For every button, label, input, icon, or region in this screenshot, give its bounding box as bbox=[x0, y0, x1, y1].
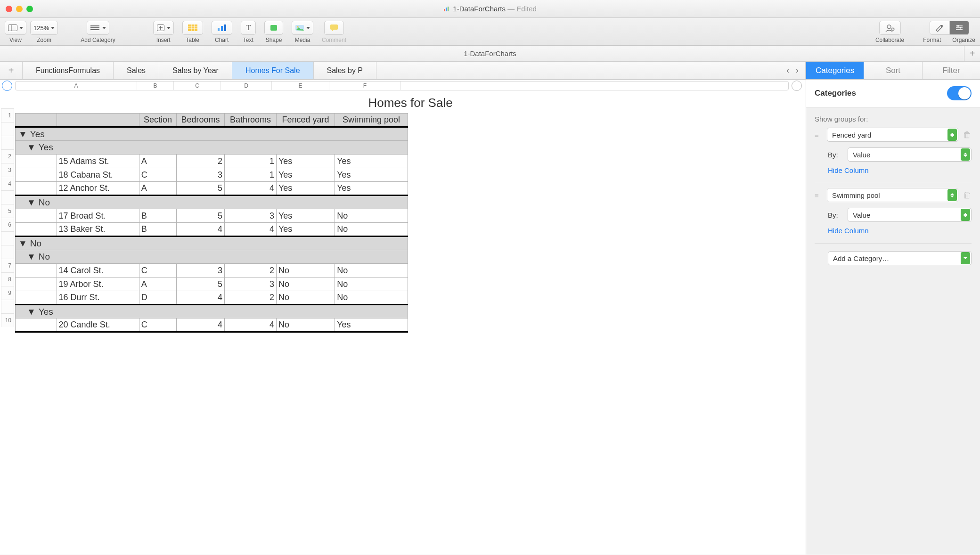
cell[interactable]: No bbox=[276, 278, 335, 291]
row-number[interactable] bbox=[1, 95, 14, 108]
cell[interactable]: 12 Anchor St. bbox=[57, 182, 139, 196]
cell[interactable]: 5 bbox=[177, 182, 225, 196]
cell[interactable]: No bbox=[335, 291, 408, 305]
category-column-select[interactable]: Swimming pool bbox=[827, 188, 958, 202]
group-row[interactable]: ▼Yes bbox=[16, 305, 408, 318]
drag-handle-icon[interactable]: ≡ bbox=[815, 191, 822, 199]
row-selector-handle[interactable] bbox=[2, 81, 12, 91]
cell[interactable]: 20 Candle St. bbox=[57, 318, 139, 332]
cell[interactable]: 1 bbox=[224, 155, 276, 168]
cell[interactable]: Yes bbox=[335, 155, 408, 168]
sheet-tab[interactable]: Sales bbox=[114, 62, 159, 79]
tab-next-button[interactable]: › bbox=[796, 65, 799, 75]
row-number[interactable] bbox=[1, 190, 14, 204]
cell[interactable]: B bbox=[139, 209, 176, 223]
cell[interactable]: Yes bbox=[276, 209, 335, 223]
trash-icon[interactable]: 🗑 bbox=[963, 190, 972, 200]
row-number[interactable] bbox=[1, 136, 14, 149]
cell[interactable]: 2 bbox=[177, 155, 225, 168]
column-letters[interactable]: ABCDEF bbox=[15, 81, 789, 90]
add-sheet-button[interactable]: + bbox=[0, 62, 23, 79]
row-number[interactable] bbox=[1, 300, 14, 313]
cell[interactable]: 3 bbox=[224, 209, 276, 223]
insert-button[interactable] bbox=[153, 21, 174, 35]
row-number[interactable] bbox=[1, 231, 14, 245]
cell[interactable]: 1 bbox=[224, 168, 276, 182]
cell[interactable]: 2 bbox=[224, 291, 276, 305]
hide-column-link[interactable]: Hide Column bbox=[828, 166, 972, 174]
shape-button[interactable] bbox=[264, 21, 283, 35]
group-row[interactable]: ▼No bbox=[16, 237, 408, 250]
media-button[interactable] bbox=[292, 21, 313, 35]
column-header[interactable]: Fenced yard bbox=[276, 114, 335, 127]
tab-prev-button[interactable]: ‹ bbox=[786, 65, 789, 75]
comment-button[interactable] bbox=[324, 21, 344, 35]
cell[interactable]: 4 bbox=[177, 291, 225, 305]
category-by-select[interactable]: Value bbox=[848, 147, 972, 162]
zoom-button[interactable]: 125% bbox=[30, 21, 58, 35]
cell[interactable]: 17 Broad St. bbox=[57, 209, 139, 223]
group-row[interactable]: ▼No bbox=[16, 196, 408, 209]
organize-button[interactable] bbox=[949, 21, 969, 35]
row-number[interactable]: 9 bbox=[1, 286, 14, 300]
add-category-select[interactable]: Add a Category… bbox=[828, 251, 972, 265]
row-number[interactable]: 7 bbox=[1, 259, 14, 272]
cell[interactable] bbox=[16, 264, 57, 278]
spreadsheet-body[interactable]: 12345678910 Homes for Sale SectionBedroo… bbox=[0, 92, 806, 555]
row-number[interactable]: 4 bbox=[1, 177, 14, 190]
cell[interactable]: 13 Baker St. bbox=[57, 223, 139, 237]
row-number[interactable]: 8 bbox=[1, 272, 14, 286]
sheet-tab[interactable]: Sales by P bbox=[314, 62, 376, 79]
cell[interactable] bbox=[16, 155, 57, 168]
cell[interactable]: 4 bbox=[224, 182, 276, 196]
cell[interactable]: C bbox=[139, 168, 176, 182]
cell[interactable]: A bbox=[139, 182, 176, 196]
view-button[interactable] bbox=[5, 21, 26, 35]
cell[interactable] bbox=[16, 182, 57, 196]
row-number[interactable]: 3 bbox=[1, 163, 14, 177]
column-header[interactable] bbox=[16, 114, 57, 127]
cell[interactable]: No bbox=[335, 223, 408, 237]
cell[interactable]: A bbox=[139, 278, 176, 291]
cell[interactable]: 3 bbox=[224, 278, 276, 291]
cell[interactable]: 3 bbox=[177, 168, 225, 182]
row-number[interactable]: 1 bbox=[1, 108, 14, 122]
column-header[interactable]: Section bbox=[139, 114, 176, 127]
collaborate-button[interactable] bbox=[879, 21, 901, 35]
sheet-tab[interactable]: Homes For Sale bbox=[232, 62, 314, 79]
cell[interactable]: 18 Cabana St. bbox=[57, 168, 139, 182]
cell[interactable]: C bbox=[139, 318, 176, 332]
cell[interactable]: 3 bbox=[177, 264, 225, 278]
cell[interactable]: 4 bbox=[177, 318, 225, 332]
cell[interactable]: No bbox=[276, 318, 335, 332]
cell[interactable] bbox=[16, 223, 57, 237]
cell[interactable]: No bbox=[276, 264, 335, 278]
sheet-tab[interactable]: Sales by Year bbox=[159, 62, 232, 79]
cell[interactable]: Yes bbox=[276, 155, 335, 168]
row-number[interactable] bbox=[1, 245, 14, 259]
row-number[interactable]: 2 bbox=[1, 149, 14, 163]
row-number[interactable]: 5 bbox=[1, 204, 14, 218]
cell[interactable]: 16 Durr St. bbox=[57, 291, 139, 305]
cell[interactable]: 15 Adams St. bbox=[57, 155, 139, 168]
cell[interactable]: 5 bbox=[177, 209, 225, 223]
cell[interactable]: Yes bbox=[335, 182, 408, 196]
cell[interactable]: A bbox=[139, 155, 176, 168]
cell[interactable]: Yes bbox=[276, 182, 335, 196]
cell[interactable]: Yes bbox=[276, 168, 335, 182]
row-number[interactable]: 10 bbox=[1, 313, 14, 327]
cell[interactable]: 4 bbox=[177, 223, 225, 237]
cell[interactable]: 4 bbox=[224, 318, 276, 332]
cell[interactable]: 2 bbox=[224, 264, 276, 278]
inspector-tab[interactable]: Categories bbox=[806, 62, 864, 79]
inspector-tab[interactable]: Sort bbox=[864, 62, 922, 79]
cell[interactable]: No bbox=[335, 209, 408, 223]
cell[interactable]: No bbox=[335, 264, 408, 278]
cell[interactable]: Yes bbox=[276, 223, 335, 237]
cell[interactable]: No bbox=[276, 291, 335, 305]
cell[interactable]: C bbox=[139, 264, 176, 278]
cell[interactable]: 4 bbox=[224, 223, 276, 237]
group-row[interactable]: ▼No bbox=[16, 250, 408, 264]
data-table[interactable]: SectionBedroomsBathroomsFenced yardSwimm… bbox=[15, 113, 408, 333]
sheet-tab[interactable]: FunctionsFormulas bbox=[23, 62, 114, 79]
